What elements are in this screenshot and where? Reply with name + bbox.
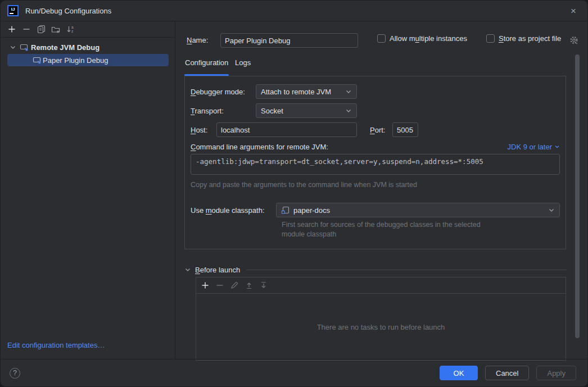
svg-text:z: z (71, 29, 73, 33)
sort-alphabetically-icon[interactable]: az (66, 25, 75, 34)
checkbox-icon (486, 34, 495, 43)
store-settings-gear-icon[interactable] (569, 35, 579, 45)
checkbox-icon (377, 34, 386, 43)
store-as-project-file-checkbox[interactable]: Store as project file (486, 34, 561, 43)
apply-button[interactable]: Apply (536, 366, 576, 380)
cancel-button[interactable]: Cancel (485, 366, 529, 380)
host-input[interactable] (216, 122, 357, 137)
command-line-args-hint: Copy and paste the arguments to the comm… (191, 181, 417, 189)
copy-configuration-icon[interactable] (37, 25, 46, 34)
sidebar-toolbar: az (1, 21, 175, 38)
jdk-version-selector[interactable]: JDK 9 or later (508, 143, 560, 151)
before-launch-empty-text: There are no tasks to run before launch (196, 294, 566, 360)
chevron-down-icon (554, 144, 560, 149)
module-classpath-label: Use module classpath: (191, 206, 276, 215)
allow-multiple-instances-checkbox[interactable]: Allow multiple instances (377, 34, 467, 43)
transport-select[interactable]: Socket (256, 103, 357, 118)
tree-item-label: Remote JVM Debug (31, 43, 99, 52)
edit-task-icon[interactable] (230, 281, 239, 290)
add-task-icon[interactable] (201, 281, 210, 290)
chevron-down-icon (345, 88, 352, 95)
svg-text:a: a (71, 25, 74, 29)
move-up-icon[interactable] (245, 281, 254, 290)
vertical-scrollbar[interactable] (575, 54, 580, 338)
command-line-args-label: Command line arguments for remote JVM: (191, 143, 328, 151)
intellij-logo-icon: IJ (7, 5, 19, 16)
before-launch-tasks-panel: There are no tasks to run before launch (196, 277, 566, 361)
remove-configuration-icon[interactable] (22, 25, 31, 34)
remove-task-icon[interactable] (215, 281, 224, 290)
dialog-title: Run/Debug Configurations (25, 7, 111, 15)
configuration-editor-panel: Name: Allow multiple instances Store as … (176, 21, 587, 359)
title-bar: IJ Run/Debug Configurations × (1, 1, 587, 21)
tab-configuration[interactable]: Configuration (185, 58, 228, 67)
move-down-icon[interactable] (259, 281, 268, 290)
chevron-down-icon (548, 207, 555, 213)
debugger-mode-label: Debugger mode: (191, 88, 256, 96)
port-label: Port: (370, 126, 392, 134)
tree-item-remote-jvm-debug[interactable]: Remote JVM Debug (1, 41, 175, 53)
section-divider (246, 270, 567, 270)
remote-debug-config-icon (33, 56, 42, 65)
host-label: Host: (191, 126, 216, 134)
tree-item-paper-plugin-debug[interactable]: Paper Plugin Debug (7, 54, 169, 66)
module-classpath-hint: First search for sources of the debugged… (282, 220, 481, 239)
chevron-down-icon[interactable] (8, 43, 17, 52)
configurations-tree: Remote JVM Debug Paper Plugin Debug (1, 38, 175, 66)
name-label: Name: (187, 36, 208, 44)
module-icon (281, 206, 290, 215)
help-icon[interactable]: ? (10, 368, 20, 379)
new-folder-icon[interactable] (51, 25, 60, 34)
tab-logs[interactable]: Logs (235, 58, 251, 67)
command-line-args-input[interactable]: -agentlib:jdwp=transport=dt_socket,serve… (191, 154, 560, 175)
transport-label: Transport: (191, 107, 256, 115)
tree-item-label: Paper Plugin Debug (43, 56, 108, 65)
debugger-mode-select[interactable]: Attach to remote JVM (256, 84, 357, 99)
configuration-form: Debugger mode: Attach to remote JVM Tran… (184, 76, 566, 249)
module-classpath-select[interactable]: paper-docs (276, 203, 560, 217)
close-icon[interactable]: × (567, 5, 580, 17)
chevron-down-icon[interactable] (183, 265, 192, 274)
configurations-sidebar: az Remote JVM Debug Paper Plugin Debug E… (1, 21, 175, 359)
ok-button[interactable]: OK (440, 366, 478, 380)
dialog-footer: ? OK Cancel Apply (1, 359, 587, 386)
add-configuration-icon[interactable] (7, 25, 16, 34)
edit-configuration-templates-link[interactable]: Edit configuration templates… (7, 341, 105, 349)
run-debug-configurations-dialog: IJ Run/Debug Configurations × az (0, 0, 588, 387)
before-launch-label: Before launch (195, 266, 240, 274)
remote-debug-config-icon (20, 43, 29, 52)
before-launch-toolbar (196, 277, 566, 294)
before-launch-section-header[interactable]: Before launch (183, 265, 567, 274)
chevron-down-icon (345, 107, 352, 114)
port-input[interactable] (392, 122, 418, 137)
name-input[interactable] (220, 33, 358, 48)
